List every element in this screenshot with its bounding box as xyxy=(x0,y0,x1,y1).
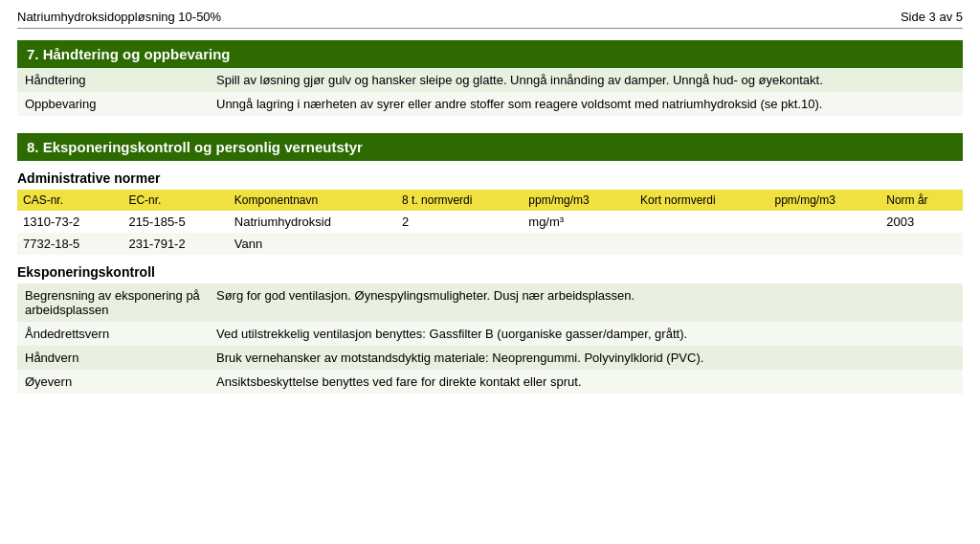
expo-value: Ansiktsbeskyttelse benyttes ved fare for… xyxy=(209,370,963,394)
norm-col-header: CAS-nr. xyxy=(17,190,122,211)
row-value: Unngå lagring i nærheten av syrer eller … xyxy=(209,92,963,116)
table-row: 1310-73-2 215-185-5 Natriumhydroksid 2 m… xyxy=(17,211,963,233)
table-row: Håndtering Spill av løsning gjør gulv og… xyxy=(17,68,963,92)
norm-aar: 2003 xyxy=(880,211,963,233)
expo-value: Bruk vernehansker av motstandsdyktig mat… xyxy=(209,346,963,370)
component-name: Natriumhydroksid xyxy=(229,211,396,233)
kort-norm xyxy=(635,211,768,233)
kort-norm xyxy=(635,233,768,255)
expo-table: Begrensning av eksponering på arbeidspla… xyxy=(17,283,963,394)
expo-value: Ved utilstrekkelig ventilasjon benyttes:… xyxy=(209,322,963,346)
cas-nr: 7732-18-5 xyxy=(17,233,122,255)
ec-nr: 215-185-5 xyxy=(122,211,228,233)
norm-col-header: 8 t. normverdi xyxy=(396,190,523,211)
ec-nr: 231-791-2 xyxy=(122,233,228,255)
table-row: Håndvern Bruk vernehansker av motstandsd… xyxy=(17,346,963,370)
page-container: Natriumhydroksidoppløsning 10-50% Side 3… xyxy=(0,0,980,411)
row-label: Håndtering xyxy=(17,68,209,92)
norm-col-header: Komponentnavn xyxy=(229,190,396,211)
row-value: Spill av løsning gjør gulv og hansker sl… xyxy=(209,68,963,92)
section7-header: 7. Håndtering og oppbevaring xyxy=(17,40,963,68)
ppm-1: mg/m³ xyxy=(523,211,635,233)
table-row: Åndedrettsvern Ved utilstrekkelig ventil… xyxy=(17,322,963,346)
eksponeringskontroll-title: Eksponeringskontroll xyxy=(17,264,963,280)
ppm-2 xyxy=(769,211,881,233)
expo-value: Sørg for god ventilasjon. Øynespylingsmu… xyxy=(209,283,963,322)
table-row: Oppbevaring Unngå lagring i nærheten av … xyxy=(17,92,963,116)
norm-col-header: ppm/mg/m3 xyxy=(523,190,635,211)
component-name: Vann xyxy=(229,233,396,255)
norm-table: CAS-nr.EC-nr.Komponentnavn8 t. normverdi… xyxy=(17,190,963,255)
norm-8t: 2 xyxy=(396,211,523,233)
norm-col-header: EC-nr. xyxy=(122,190,228,211)
norm-col-header: ppm/mg/m3 xyxy=(769,190,881,211)
ppm-2 xyxy=(769,233,881,255)
document-title: Natriumhydroksidoppløsning 10-50% xyxy=(17,10,221,24)
expo-label: Begrensning av eksponering på arbeidspla… xyxy=(17,283,209,322)
norm-col-header: Kort normverdi xyxy=(635,190,768,211)
table-row: Begrensning av eksponering på arbeidspla… xyxy=(17,283,963,322)
table-row: Øyevern Ansiktsbeskyttelse benyttes ved … xyxy=(17,370,963,394)
cas-nr: 1310-73-2 xyxy=(17,211,122,233)
section8-header: 8. Eksponeringskontroll og personlig ver… xyxy=(17,133,963,161)
norm-8t xyxy=(396,233,523,255)
norm-col-header: Norm år xyxy=(880,190,963,211)
section7-table: Håndtering Spill av løsning gjør gulv og… xyxy=(17,68,963,116)
page-header: Natriumhydroksidoppløsning 10-50% Side 3… xyxy=(17,10,963,29)
expo-label: Åndedrettsvern xyxy=(17,322,209,346)
norm-aar xyxy=(880,233,963,255)
ppm-1 xyxy=(523,233,635,255)
page-number: Side 3 av 5 xyxy=(901,10,963,24)
expo-label: Håndvern xyxy=(17,346,209,370)
table-row: 7732-18-5 231-791-2 Vann xyxy=(17,233,963,255)
expo-label: Øyevern xyxy=(17,370,209,394)
row-label: Oppbevaring xyxy=(17,92,209,116)
admin-normer-title: Administrative normer xyxy=(17,170,963,186)
